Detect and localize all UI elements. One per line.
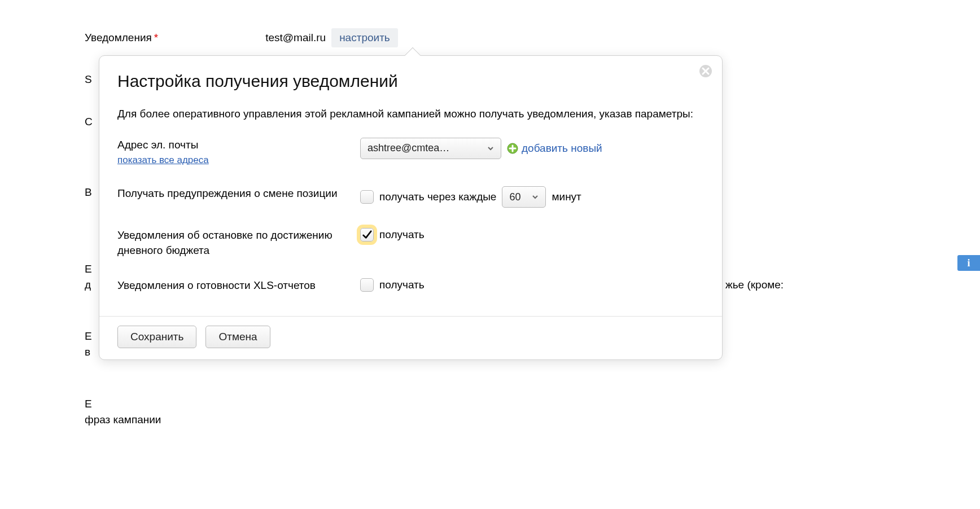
bg-row-e3a: Е	[85, 398, 92, 410]
budget-stop-label: Уведомления об остановке по достижению д…	[117, 228, 360, 258]
budget-stop-checkbox[interactable]	[360, 228, 374, 242]
modal-title: Настройка получения уведомлений	[117, 72, 704, 91]
budget-stop-row: Уведомления об остановке по достижению д…	[117, 228, 704, 258]
cancel-button[interactable]: Отмена	[205, 326, 270, 348]
xls-chk-label: получать	[379, 279, 425, 291]
close-icon[interactable]	[698, 64, 713, 78]
chevron-down-icon	[487, 145, 494, 152]
bg-row-e1b: д	[85, 279, 91, 291]
chevron-down-icon	[532, 194, 539, 200]
plus-icon	[507, 143, 518, 154]
save-button[interactable]: Сохранить	[117, 326, 196, 348]
position-warnings-label: Получать предупреждения о смене позиции	[117, 186, 360, 201]
bg-notifications-label: Уведомления	[85, 32, 152, 44]
bg-row-e3b: фраз кампании	[85, 414, 161, 426]
email-select[interactable]: ashtree@cmtea…	[360, 138, 501, 159]
xls-reports-checkbox[interactable]	[360, 278, 374, 292]
add-new-email-link[interactable]: добавить новый	[507, 142, 602, 155]
xls-reports-label: Уведомления о готовности XLS-отчетов	[117, 278, 360, 293]
modal-footer: Сохранить Отмена	[99, 316, 722, 359]
position-warnings-row: Получать предупреждения о смене позиции …	[117, 186, 704, 208]
interval-unit: минут	[552, 191, 581, 203]
show-all-addresses-link[interactable]: показать все адреса	[117, 155, 209, 166]
notifications-settings-modal: Настройка получения уведомлений Для боле…	[99, 55, 723, 360]
bg-notifications-email: test@mail.ru	[265, 32, 326, 44]
email-label: Адрес эл. почты	[117, 138, 360, 153]
email-select-value: ashtree@cmtea…	[368, 142, 449, 154]
email-row: Адрес эл. почты показать все адреса asht…	[117, 138, 704, 166]
interval-value: 60	[509, 191, 520, 203]
interval-select[interactable]: 60	[502, 186, 546, 208]
bg-row-c: С	[85, 116, 93, 128]
add-new-label: добавить новый	[522, 142, 602, 155]
position-warnings-checkbox[interactable]	[360, 190, 374, 204]
modal-description: Для более оперативного управления этой р…	[117, 107, 704, 122]
budget-chk-label: получать	[379, 229, 425, 241]
bg-row-e2a: Е	[85, 330, 92, 343]
bg-row-e2b: в	[85, 346, 90, 358]
info-badge[interactable]: i	[957, 255, 980, 271]
bg-row-b: В	[85, 186, 92, 199]
bg-row-e1a: Е	[85, 263, 92, 275]
bg-row-s: S	[85, 73, 92, 86]
required-star: *	[154, 32, 158, 44]
bg-trail-text: жье (кроме:	[725, 279, 784, 291]
configure-button[interactable]: настроить	[331, 28, 398, 47]
xls-reports-row: Уведомления о готовности XLS-отчетов пол…	[117, 278, 704, 293]
position-chk-label: получать через каждые	[379, 191, 496, 203]
